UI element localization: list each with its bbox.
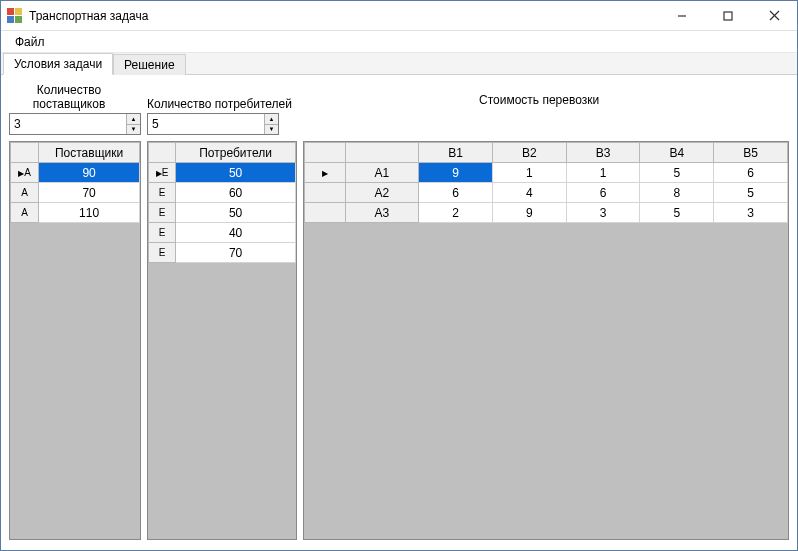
window-controls [659, 1, 797, 30]
row-header[interactable]: A [11, 163, 39, 183]
col-header[interactable]: B5 [714, 143, 788, 163]
cell[interactable]: 40 [176, 223, 296, 243]
table-row[interactable]: A2 6 4 6 8 5 [305, 183, 788, 203]
table-row[interactable]: E 40 [149, 223, 296, 243]
consumers-header[interactable]: Потребители [176, 143, 296, 163]
suppliers-header[interactable]: Поставщики [39, 143, 140, 163]
cell[interactable]: 5 [714, 183, 788, 203]
table-row[interactable]: A 90 [11, 163, 140, 183]
cell[interactable]: 4 [493, 183, 567, 203]
suppliers-table: Поставщики A 90 A 70 A 110 [10, 142, 140, 223]
col-header[interactable]: B4 [640, 143, 714, 163]
cell[interactable]: 1 [566, 163, 640, 183]
consumers-input[interactable] [148, 114, 264, 134]
cell[interactable]: 70 [39, 183, 140, 203]
tabstrip: Условия задачи Решение [1, 53, 797, 75]
cell[interactable]: 60 [176, 183, 296, 203]
consumers-down-button[interactable]: ▼ [265, 125, 278, 135]
row-label[interactable]: A1 [345, 163, 419, 183]
row-selector[interactable] [305, 183, 346, 203]
row-header[interactable]: E [149, 203, 176, 223]
cell[interactable]: 9 [419, 163, 493, 183]
cell[interactable]: 3 [714, 203, 788, 223]
cell[interactable]: 5 [640, 163, 714, 183]
row-header[interactable]: A [11, 183, 39, 203]
corner-cell [11, 143, 39, 163]
consumers-table: Потребители E 50 E 60 E 50 E [148, 142, 296, 263]
table-row[interactable]: E 60 [149, 183, 296, 203]
table-row[interactable]: E 50 [149, 163, 296, 183]
tab-solution[interactable]: Решение [113, 54, 185, 75]
maximize-button[interactable] [705, 1, 751, 30]
cell[interactable]: 90 [39, 163, 140, 183]
suppliers-up-button[interactable]: ▲ [127, 114, 140, 125]
row-header[interactable]: E [149, 243, 176, 263]
row-header[interactable]: E [149, 183, 176, 203]
label-cost-title: Стоимость перевозки [479, 93, 599, 111]
corner-cell [305, 143, 346, 163]
menubar: Файл [1, 31, 797, 53]
grids-row: Поставщики A 90 A 70 A 110 [9, 141, 789, 540]
suppliers-numeric[interactable]: ▲ ▼ [9, 113, 141, 135]
cell[interactable]: 5 [640, 203, 714, 223]
col-header[interactable]: B3 [566, 143, 640, 163]
table-row[interactable]: E 70 [149, 243, 296, 263]
app-window: Транспортная задача Файл Условия задачи … [0, 0, 798, 551]
row-label[interactable]: A3 [345, 203, 419, 223]
row-header[interactable]: E [149, 163, 176, 183]
table-row[interactable]: E 50 [149, 203, 296, 223]
app-icon [7, 8, 23, 24]
table-row[interactable]: A 70 [11, 183, 140, 203]
cell[interactable]: 2 [419, 203, 493, 223]
minimize-button[interactable] [659, 1, 705, 30]
close-button[interactable] [751, 1, 797, 30]
cell[interactable]: 1 [493, 163, 567, 183]
cell[interactable]: 50 [176, 203, 296, 223]
window-title: Транспортная задача [29, 9, 659, 23]
tab-conditions[interactable]: Условия задачи [3, 53, 113, 75]
suppliers-grid[interactable]: Поставщики A 90 A 70 A 110 [9, 141, 141, 540]
cell[interactable]: 70 [176, 243, 296, 263]
row-selector[interactable] [305, 203, 346, 223]
svg-rect-1 [724, 12, 732, 20]
titlebar: Транспортная задача [1, 1, 797, 31]
consumers-numeric[interactable]: ▲ ▼ [147, 113, 279, 135]
minimize-icon [677, 11, 687, 21]
close-icon [769, 10, 780, 21]
cell[interactable]: 3 [566, 203, 640, 223]
cell[interactable]: 8 [640, 183, 714, 203]
cell[interactable]: 6 [566, 183, 640, 203]
corner-cell [345, 143, 419, 163]
menu-file[interactable]: Файл [7, 33, 53, 51]
table-row[interactable]: A1 9 1 1 5 6 [305, 163, 788, 183]
table-row[interactable]: A 110 [11, 203, 140, 223]
cell[interactable]: 6 [419, 183, 493, 203]
cell[interactable]: 6 [714, 163, 788, 183]
suppliers-spinner: ▲ ▼ [126, 114, 140, 134]
cell[interactable]: 50 [176, 163, 296, 183]
col-header[interactable]: B1 [419, 143, 493, 163]
consumers-up-button[interactable]: ▲ [265, 114, 278, 125]
cost-table: B1 B2 B3 B4 B5 A1 9 1 1 5 6 [304, 142, 788, 223]
table-row[interactable]: A3 2 9 3 5 3 [305, 203, 788, 223]
row-selector[interactable] [305, 163, 346, 183]
corner-cell [149, 143, 176, 163]
tab-content: Количество поставщиков Количество потреб… [1, 75, 797, 550]
row-header[interactable]: A [11, 203, 39, 223]
cost-label-row: Стоимость перевозки [9, 93, 789, 111]
row-header[interactable]: E [149, 223, 176, 243]
cell[interactable]: 110 [39, 203, 140, 223]
suppliers-input[interactable] [10, 114, 126, 134]
suppliers-down-button[interactable]: ▼ [127, 125, 140, 135]
row-label[interactable]: A2 [345, 183, 419, 203]
cell[interactable]: 9 [493, 203, 567, 223]
consumers-spinner: ▲ ▼ [264, 114, 278, 134]
cost-grid[interactable]: B1 B2 B3 B4 B5 A1 9 1 1 5 6 [303, 141, 789, 540]
consumers-grid[interactable]: Потребители E 50 E 60 E 50 E [147, 141, 297, 540]
col-header[interactable]: B2 [493, 143, 567, 163]
spinners-row: ▲ ▼ ▲ ▼ [9, 113, 789, 135]
maximize-icon [723, 11, 733, 21]
